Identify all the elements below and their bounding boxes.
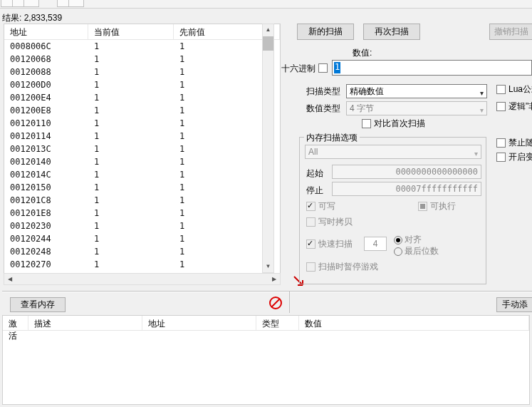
col-value[interactable]: 数值 bbox=[299, 316, 529, 330]
scan-type-label: 扫描类型 bbox=[306, 86, 340, 98]
col-addr[interactable]: 地址 bbox=[142, 316, 256, 330]
lua-formula-checkbox[interactable] bbox=[496, 85, 506, 94]
cell-current: 1 bbox=[88, 258, 174, 271]
cell-address: 00120068 bbox=[4, 53, 88, 66]
result-count-label: 结果: 2,833,539 bbox=[2, 12, 62, 24]
undo-scan-button: 撤销扫描 bbox=[489, 24, 532, 40]
toolbar-stub bbox=[0, 0, 532, 9]
cell-address: 001200D0 bbox=[4, 78, 88, 91]
cell-address: 00120114 bbox=[4, 130, 88, 143]
found-list-header: 地址 当前值 先前值 bbox=[4, 24, 280, 40]
value-type-value: 4 字节 bbox=[350, 103, 374, 113]
cell-address: 00120230 bbox=[4, 220, 88, 232]
table-row[interactable]: 001200E811 bbox=[4, 104, 280, 117]
horizontal-scrollbar[interactable]: ◀ ▶ bbox=[4, 273, 281, 285]
table-row[interactable]: 0012011411 bbox=[4, 130, 280, 143]
value-input[interactable] bbox=[334, 62, 530, 73]
table-row[interactable]: 0012027011 bbox=[4, 258, 280, 271]
cell-address: 00120244 bbox=[4, 232, 88, 245]
pause-game-label: 扫描时暂停游戏 bbox=[318, 261, 378, 273]
disable-random-checkbox[interactable] bbox=[496, 138, 506, 148]
table-row[interactable]: 0012014011 bbox=[4, 155, 280, 168]
table-row[interactable]: 0012024411 bbox=[4, 232, 280, 245]
scroll-down-icon[interactable]: ▼ bbox=[263, 261, 273, 272]
hex-checkbox[interactable] bbox=[318, 63, 328, 73]
col-current[interactable]: 当前值 bbox=[88, 24, 174, 39]
table-row[interactable]: 001200D011 bbox=[4, 78, 280, 91]
view-memory-button[interactable]: 查看内存 bbox=[10, 297, 66, 312]
enable-speedhack-checkbox[interactable] bbox=[496, 153, 506, 162]
cell-current: 1 bbox=[88, 194, 174, 207]
chevron-down-icon: ▾ bbox=[474, 148, 478, 160]
cell-current: 1 bbox=[88, 117, 174, 130]
cell-address: 00120248 bbox=[4, 245, 88, 258]
fast-scan-checkbox bbox=[306, 239, 315, 249]
next-scan-button[interactable]: 再次扫描 bbox=[363, 24, 420, 40]
col-active[interactable]: 激活 bbox=[3, 316, 28, 330]
memory-scan-options-box: 内存扫描选项 All ▾ 起始 0000000000000000 停止 0000… bbox=[299, 137, 486, 284]
value-input-wrap[interactable]: 1 bbox=[332, 60, 532, 76]
aligned-label: 对齐 bbox=[405, 235, 422, 244]
stop-address-input: 00007fffffffffff bbox=[332, 182, 481, 196]
executable-label: 可执行 bbox=[430, 200, 456, 212]
cell-address: 00120270 bbox=[4, 258, 88, 271]
table-row[interactable]: 0012011011 bbox=[4, 117, 280, 130]
table-row[interactable]: 0012013C11 bbox=[4, 143, 280, 155]
cell-current: 1 bbox=[88, 207, 174, 220]
alignment-input: 4 bbox=[364, 237, 387, 251]
compare-first-checkbox[interactable] bbox=[362, 119, 371, 128]
scroll-up-icon[interactable]: ▲ bbox=[263, 24, 273, 36]
table-row[interactable]: 0012015011 bbox=[4, 181, 280, 194]
scroll-right-icon[interactable]: ▶ bbox=[268, 274, 280, 284]
last-digits-radio-row: 最后位数 bbox=[394, 245, 439, 257]
memory-region-select: All ▾ bbox=[305, 145, 481, 159]
value-type-select: 4 字节 ▾ bbox=[346, 101, 487, 115]
table-row[interactable]: 0012014C11 bbox=[4, 168, 280, 181]
new-scan-button[interactable]: 新的扫描 bbox=[297, 24, 354, 40]
lua-formula-label: Lua公式 bbox=[508, 83, 532, 96]
table-row[interactable]: 001200E411 bbox=[4, 91, 280, 104]
copy-on-write-checkbox bbox=[306, 217, 315, 227]
manual-add-button[interactable]: 手动添 bbox=[496, 297, 532, 312]
cell-address: 001200E8 bbox=[4, 104, 88, 117]
separator bbox=[289, 291, 290, 313]
executable-checkbox bbox=[418, 202, 427, 211]
table-row[interactable]: 0012023011 bbox=[4, 220, 280, 232]
cell-current: 1 bbox=[88, 181, 174, 194]
writable-label: 可写 bbox=[318, 200, 335, 212]
cell-current: 1 bbox=[88, 40, 174, 53]
memory-region-value: All bbox=[308, 147, 318, 157]
col-address[interactable]: 地址 bbox=[4, 24, 88, 39]
col-desc[interactable]: 描述 bbox=[28, 316, 142, 330]
svg-line-1 bbox=[271, 299, 280, 307]
cell-current: 1 bbox=[88, 78, 174, 91]
logic-not-label: 逻辑"非"过 bbox=[508, 101, 532, 113]
logic-not-checkbox[interactable] bbox=[496, 102, 506, 111]
start-address-input: 0000000000000000 bbox=[332, 165, 481, 179]
scroll-left-icon[interactable]: ◀ bbox=[4, 274, 16, 284]
address-table[interactable]: 激活 描述 地址 类型 数值 bbox=[2, 315, 530, 405]
aligned-radio bbox=[394, 236, 402, 244]
table-row[interactable]: 0008006C11 bbox=[4, 40, 280, 53]
cell-address: 00120110 bbox=[4, 117, 88, 130]
col-type[interactable]: 类型 bbox=[256, 316, 299, 330]
scan-type-select[interactable]: 精确数值 ▾ bbox=[346, 84, 487, 98]
cell-current: 1 bbox=[88, 245, 174, 258]
disable-random-label: 禁止随机 bbox=[508, 137, 532, 149]
table-row[interactable]: 0012008811 bbox=[4, 66, 280, 78]
scan-type-value: 精确数值 bbox=[350, 86, 384, 96]
pause-game-checkbox bbox=[306, 262, 315, 272]
start-label: 起始 bbox=[306, 168, 323, 180]
table-row[interactable]: 0012024811 bbox=[4, 245, 280, 258]
vertical-scrollbar[interactable]: ▲ ▼ bbox=[262, 24, 274, 273]
clear-list-icon[interactable] bbox=[267, 294, 284, 311]
table-row[interactable]: 001201C811 bbox=[4, 194, 280, 207]
found-list[interactable]: 地址 当前值 先前值 0008006C110012006811001200881… bbox=[4, 24, 281, 285]
last-digits-radio bbox=[394, 247, 402, 256]
cell-current: 1 bbox=[88, 130, 174, 143]
value-label: 数值: bbox=[353, 47, 372, 59]
table-row[interactable]: 0012006811 bbox=[4, 53, 280, 66]
scroll-thumb[interactable] bbox=[263, 36, 273, 51]
cell-address: 0012013C bbox=[4, 143, 88, 155]
table-row[interactable]: 001201E811 bbox=[4, 207, 280, 220]
